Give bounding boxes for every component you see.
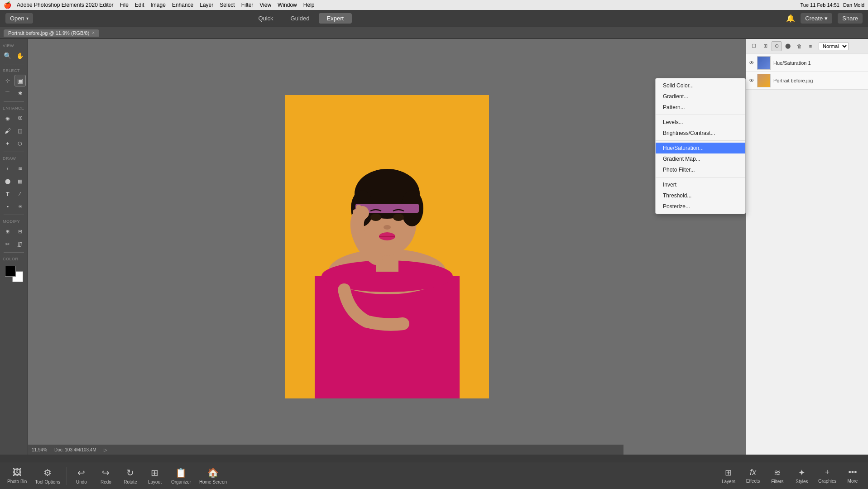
svg-point-17	[356, 205, 361, 210]
layer-item-bg[interactable]: 👁 Portrait before.jpg	[746, 72, 868, 90]
dropdown-posterize[interactable]: Posterize...	[656, 201, 745, 212]
pencil-tool[interactable]: /	[2, 163, 14, 174]
menu-select[interactable]: Select	[220, 2, 235, 8]
hand-tool[interactable]: ✋	[14, 50, 26, 62]
layout-button[interactable]: ⊞ Layout	[143, 465, 167, 486]
more-options-button[interactable]: ≡	[806, 41, 815, 51]
sharpen-tool[interactable]: ⬡	[14, 138, 26, 149]
dropdown-gradient-map[interactable]: Gradient Map...	[656, 153, 745, 164]
dropdown-invert[interactable]: Invert	[656, 179, 745, 190]
new-layer-button[interactable]: ☐	[749, 41, 759, 51]
menu-bar: 🍎 Adobe Photoshop Elements 2020 Editor F…	[0, 0, 868, 10]
svg-point-11	[370, 214, 381, 221]
gradient-tool[interactable]: ▦	[14, 175, 26, 187]
menu-enhance[interactable]: Enhance	[172, 2, 193, 8]
brush-tool[interactable]: 🖌	[2, 125, 14, 137]
foreground-color-swatch[interactable]	[5, 266, 16, 277]
straighten-tool[interactable]: ✂	[2, 238, 14, 250]
line-tool[interactable]: ∕	[14, 188, 26, 200]
undo-button[interactable]: ↩ Undo	[70, 465, 93, 486]
effects-button[interactable]: fx Effects	[741, 466, 765, 485]
eraser-tool[interactable]: ≋	[14, 163, 26, 174]
menu-help[interactable]: Help	[303, 2, 315, 8]
rotate-button[interactable]: ↻ Rotate	[119, 465, 142, 486]
create-dropdown-arrow[interactable]: ▾	[825, 15, 828, 22]
move-tool[interactable]: ⊹	[2, 75, 14, 86]
dropdown-solid-color[interactable]: Solid Color...	[656, 80, 745, 91]
tab-close-button[interactable]: ×	[92, 30, 95, 35]
menu-app-name[interactable]: Adobe Photoshop Elements 2020 Editor	[17, 2, 113, 8]
menu-edit[interactable]: Edit	[135, 2, 144, 8]
document-tab[interactable]: Portrait before.jpg @ 11.9% (RGB/8) ×	[4, 29, 99, 37]
notification-bell-icon[interactable]: 🔔	[786, 14, 795, 23]
smart-brush-tool[interactable]: ∭	[14, 238, 26, 250]
menu-view[interactable]: View	[259, 2, 271, 8]
fill-layer-button[interactable]: ⬤	[783, 41, 793, 51]
tool-options-button[interactable]: ⚙ Tool Options	[31, 465, 64, 486]
layers-icon: ⊞	[725, 468, 732, 478]
expert-mode-button[interactable]: Expert	[319, 13, 352, 24]
custom-shape-tool[interactable]: ✳	[14, 201, 26, 212]
recompose-tool[interactable]: ⊟	[14, 225, 26, 237]
layers-panel-button[interactable]: ⊞ Layers	[717, 466, 740, 486]
dropdown-threshold[interactable]: Threshold...	[656, 190, 745, 201]
crop-tool[interactable]: ⊞	[2, 225, 14, 237]
photo-bin-button[interactable]: 🖼 Photo Bin	[4, 465, 30, 486]
stamp-tool[interactable]: ◫	[14, 125, 26, 137]
dropdown-levels[interactable]: Levels...	[656, 117, 745, 128]
lasso-tool[interactable]: ⌒	[2, 87, 14, 99]
zoom-tool[interactable]: 🔍	[2, 50, 14, 62]
canvas-area[interactable]: 11.94% Doc: 103.4M/103.4M ▷	[28, 39, 746, 455]
menu-layer[interactable]: Layer	[200, 2, 213, 8]
organizer-button[interactable]: 📋 Organizer	[168, 465, 195, 486]
layer-type-button[interactable]: ⊞	[760, 41, 770, 51]
styles-button[interactable]: ✦ Styles	[790, 466, 814, 486]
dropdown-brightness-contrast[interactable]: Brightness/Contrast...	[656, 128, 745, 139]
marquee-tool[interactable]: ▣	[14, 75, 26, 86]
open-button[interactable]: Open ▾	[5, 13, 33, 24]
dropdown-photo-filter[interactable]: Photo Filter...	[656, 164, 745, 175]
quick-mode-button[interactable]: Quick	[250, 13, 281, 24]
magic-wand-tool[interactable]: ✱	[14, 87, 26, 99]
graphics-button[interactable]: + Graphics	[815, 466, 840, 485]
dropdown-pattern[interactable]: Pattern...	[656, 102, 745, 113]
fill-tool[interactable]: ⬤	[2, 175, 14, 187]
create-button[interactable]: Create ▾	[801, 13, 832, 24]
menu-window[interactable]: Window	[278, 2, 297, 8]
share-button[interactable]: Share	[838, 13, 863, 24]
spot-heal-tool[interactable]: ⦿	[14, 112, 26, 124]
layer-item[interactable]: 👁 Hue/Saturation 1	[746, 54, 868, 72]
layer-visibility-icon[interactable]: 👁	[749, 60, 754, 66]
adjustment-button[interactable]: ⊙	[772, 41, 782, 51]
portrait-svg	[285, 95, 489, 398]
dropdown-hue-saturation[interactable]: Hue/Saturation...	[656, 143, 745, 153]
red-eye-tool[interactable]: ◉	[2, 112, 14, 124]
divider-5	[4, 252, 24, 253]
enhance-tool-row-1: ◉ ⦿	[2, 112, 26, 124]
filters-button[interactable]: ≋ Filters	[766, 466, 789, 486]
menu-filter[interactable]: Filter	[241, 2, 254, 8]
blur-tool[interactable]: ✦	[2, 138, 14, 149]
delete-layer-button[interactable]: 🗑	[794, 41, 804, 51]
dropdown-gradient[interactable]: Gradient...	[656, 91, 745, 102]
home-icon: 🏠	[207, 467, 219, 478]
text-tool[interactable]: T	[2, 188, 14, 200]
eyedropper-tool[interactable]: ⦁	[2, 201, 14, 212]
graphics-label: Graphics	[818, 479, 836, 484]
more-button[interactable]: ••• More	[841, 466, 864, 485]
menu-image[interactable]: Image	[151, 2, 166, 8]
graphics-icon: +	[825, 468, 830, 477]
open-dropdown-arrow[interactable]: ▾	[26, 16, 29, 21]
menu-file[interactable]: File	[120, 2, 128, 8]
redo-button[interactable]: ↪ Redo	[94, 465, 118, 486]
blend-mode-select[interactable]: Normal	[819, 42, 849, 50]
home-screen-button[interactable]: 🏠 Home Screen	[196, 465, 230, 486]
select-tool-row-1: ⊹ ▣	[2, 75, 26, 86]
rotate-icon: ↻	[126, 467, 134, 478]
layer-bg-visibility-icon[interactable]: 👁	[749, 77, 754, 84]
redo-label: Redo	[101, 479, 111, 484]
expand-icon[interactable]: ▷	[104, 447, 107, 452]
layer-thumbnail-adjustment	[757, 56, 771, 70]
guided-mode-button[interactable]: Guided	[283, 13, 318, 24]
apple-menu[interactable]: 🍎	[4, 1, 11, 9]
